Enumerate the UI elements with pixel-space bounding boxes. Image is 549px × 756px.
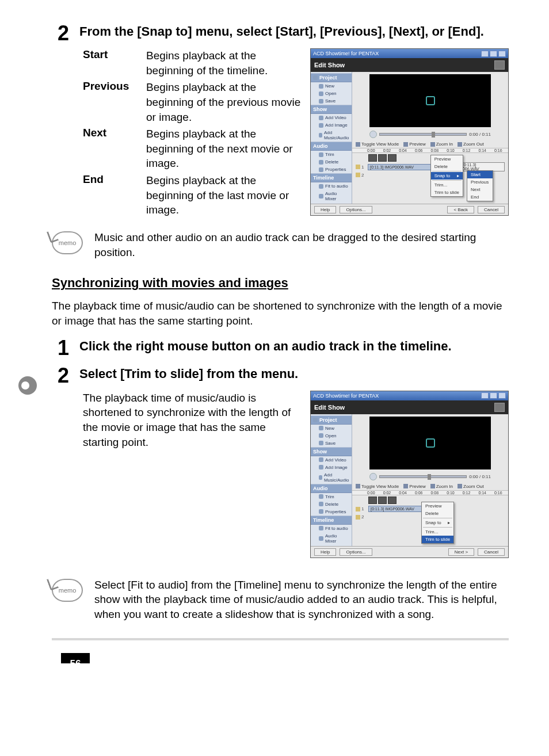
play-button[interactable]	[369, 131, 377, 138]
sidebar-section-timeline[interactable]: Timeline	[311, 173, 352, 182]
sidebar-section-show[interactable]: Show	[311, 105, 352, 114]
sidebar-item-add-video[interactable]: Add Video	[311, 114, 352, 121]
ctx-snap-to[interactable]: Snap to▸	[431, 172, 463, 180]
ctx-preview[interactable]: Preview	[422, 502, 453, 510]
sidebar-item-add-audio[interactable]: Add Music/Audio	[311, 129, 352, 142]
sidebar-item-new[interactable]: New	[311, 82, 352, 90]
sidebar-item-save[interactable]: Save	[311, 97, 352, 105]
help-button[interactable]: Help	[314, 548, 336, 556]
sidebar-item-properties[interactable]: Properties	[311, 166, 352, 173]
context-menu[interactable]: Preview Delete Snap to▸ Trim... Trim to …	[430, 155, 463, 197]
context-menu[interactable]: Preview Delete Snap to▸ Trim... Trim to …	[421, 502, 454, 544]
sidebar-section-project[interactable]: Project	[311, 415, 352, 425]
sidebar-item-delete[interactable]: Delete	[311, 501, 352, 508]
sidebar-item-trim[interactable]: Trim	[311, 493, 352, 501]
toggle-view-button[interactable]: Toggle View Mode	[356, 484, 399, 489]
close-icon[interactable]	[498, 392, 506, 399]
preview-icon	[403, 142, 408, 147]
mode-icon[interactable]	[494, 60, 505, 70]
image-icon	[319, 465, 323, 469]
new-icon	[319, 84, 323, 89]
sidebar-item-trim[interactable]: Trim	[311, 151, 352, 158]
header-title: Edit Show	[314, 62, 345, 68]
save-icon	[319, 441, 323, 445]
zoom-out-button[interactable]: Zoom Out	[458, 484, 484, 489]
mode-icon[interactable]	[494, 403, 505, 412]
preview-icon	[403, 484, 408, 488]
progress-slider[interactable]	[379, 475, 467, 478]
step-title: Click the right mouse button on an audio…	[79, 338, 452, 358]
sidebar-item-add-image[interactable]: Add Image	[311, 464, 352, 471]
sidebar-section-audio[interactable]: Audio	[311, 142, 352, 151]
sidebar-item-add-audio[interactable]: Add Music/Audio	[311, 471, 352, 484]
close-icon[interactable]	[498, 51, 506, 57]
ctx-snap-to[interactable]: Snap to▸	[422, 519, 453, 526]
sidebar: Project New Open Save Show Add Video Add…	[311, 72, 352, 204]
zoom-in-button[interactable]: Zoom In	[430, 142, 453, 147]
help-button[interactable]: Help	[314, 206, 336, 213]
sidebar-item-new[interactable]: New	[311, 425, 352, 432]
sidebar-section-audio[interactable]: Audio	[311, 484, 352, 493]
snap-previous[interactable]: Previous	[467, 178, 493, 186]
zoom-in-button[interactable]: Zoom In	[430, 484, 453, 489]
new-icon	[319, 426, 323, 430]
sidebar-item-fit-audio[interactable]: Fit to audio	[311, 525, 352, 532]
save-icon	[319, 99, 323, 104]
sidebar-item-audio-mixer[interactable]: Audio Mixer	[311, 190, 352, 203]
audio-track-1-label: 1	[356, 506, 366, 511]
sidebar-item-add-image[interactable]: Add Image	[311, 121, 352, 129]
ctx-delete[interactable]: Delete	[422, 510, 453, 517]
mixer-icon	[319, 536, 323, 541]
sidebar-item-open[interactable]: Open	[311, 90, 352, 97]
sidebar-section-timeline[interactable]: Timeline	[311, 516, 352, 525]
speaker-icon	[356, 515, 360, 520]
window-buttons[interactable]	[481, 51, 506, 57]
delete-icon	[319, 502, 323, 506]
options-button[interactable]: Options...	[340, 548, 372, 556]
time-display: 0:00 / 0:11	[469, 132, 491, 137]
sidebar-item-save[interactable]: Save	[311, 440, 352, 447]
sidebar-section-project[interactable]: Project	[311, 73, 352, 82]
next-button[interactable]: Next >	[448, 548, 474, 556]
sidebar-item-audio-mixer[interactable]: Audio Mixer	[311, 532, 352, 545]
snap-start[interactable]: Start	[467, 171, 493, 178]
minimize-icon[interactable]	[481, 392, 489, 399]
zoom-out-button[interactable]: Zoom Out	[458, 142, 484, 147]
ctx-trim-to-slide[interactable]: Trim to slide	[422, 536, 453, 543]
snap-end[interactable]: End	[467, 193, 493, 201]
sidebar-item-open[interactable]: Open	[311, 432, 352, 440]
snap-to-submenu[interactable]: Start Previous Next End	[467, 170, 493, 201]
play-button[interactable]	[369, 473, 377, 480]
preview-button[interactable]: Preview	[403, 484, 425, 489]
project-icon	[313, 75, 318, 80]
video-icon	[319, 457, 323, 462]
sidebar-item-properties[interactable]: Properties	[311, 508, 352, 516]
sidebar-item-delete[interactable]: Delete	[311, 158, 352, 166]
progress-slider[interactable]	[379, 133, 467, 136]
maximize-icon[interactable]	[490, 392, 497, 399]
sidebar-item-add-video[interactable]: Add Video	[311, 456, 352, 464]
ctx-trim[interactable]: Trim...	[422, 528, 453, 536]
options-button[interactable]: Options...	[340, 206, 372, 213]
window-buttons[interactable]	[481, 392, 506, 399]
sidebar-section-show[interactable]: Show	[311, 447, 352, 456]
ctx-trim-to-slide[interactable]: Trim to slide	[431, 189, 463, 196]
snap-next[interactable]: Next	[467, 186, 493, 193]
def-term-previous: Previous	[83, 80, 146, 124]
preview-button[interactable]: Preview	[403, 142, 425, 147]
speaker-icon	[356, 173, 360, 177]
back-button[interactable]: < Back	[447, 206, 474, 213]
ctx-trim[interactable]: Trim...	[431, 181, 463, 189]
speaker-icon	[356, 165, 360, 169]
ctx-delete[interactable]: Delete	[431, 163, 463, 170]
minimize-icon[interactable]	[481, 51, 489, 57]
cancel-button[interactable]: Cancel	[478, 206, 505, 213]
preview-image-icon	[426, 96, 435, 105]
ctx-preview[interactable]: Preview	[431, 155, 463, 163]
fit-icon	[319, 526, 323, 530]
maximize-icon[interactable]	[490, 51, 497, 57]
fit-icon	[319, 184, 323, 189]
cancel-button[interactable]: Cancel	[478, 548, 505, 556]
toggle-view-button[interactable]: Toggle View Mode	[356, 142, 399, 147]
sidebar-item-fit-audio[interactable]: Fit to audio	[311, 182, 352, 190]
